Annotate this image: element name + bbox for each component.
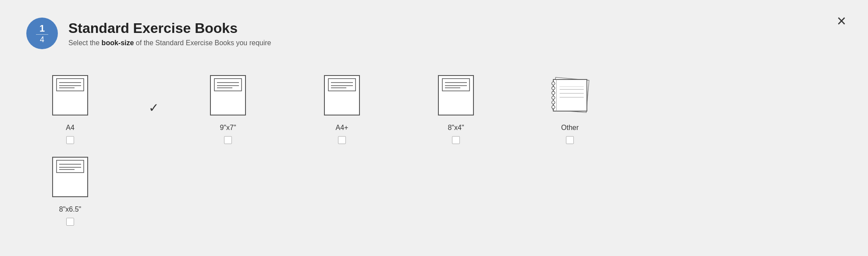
page-container: 1 4 Standard Exercise Books Select the b… bbox=[0, 0, 868, 256]
step-number-top: 1 bbox=[39, 24, 45, 33]
a4plus-checkbox[interactable] bbox=[338, 136, 346, 144]
84-checkbox[interactable] bbox=[452, 136, 460, 144]
svg-rect-6 bbox=[214, 79, 242, 91]
subtitle-end: of the Standard Exercise Books you requi… bbox=[134, 39, 271, 47]
book-icon-a4 bbox=[46, 71, 94, 119]
step-divider bbox=[36, 34, 48, 35]
a4-label: A4 bbox=[66, 124, 75, 132]
book-option-84[interactable]: 8"x4" bbox=[412, 71, 500, 144]
svg-point-23 bbox=[552, 87, 555, 90]
865-label: 8"x6.5" bbox=[59, 206, 82, 213]
97-checkbox[interactable] bbox=[224, 136, 232, 144]
book-option-a4[interactable]: A4 bbox=[26, 71, 114, 144]
svg-point-22 bbox=[552, 82, 555, 85]
book-icon-a4plus bbox=[318, 71, 366, 119]
svg-rect-16 bbox=[442, 79, 470, 91]
book-icon-84 bbox=[432, 71, 480, 119]
other-label: Other bbox=[561, 124, 579, 132]
svg-point-27 bbox=[552, 105, 555, 108]
book-option-865[interactable]: 8"x6.5" bbox=[26, 153, 114, 226]
svg-rect-11 bbox=[328, 79, 356, 91]
step-badge: 1 4 bbox=[26, 18, 58, 49]
book-icon-865 bbox=[46, 153, 94, 201]
book-icon-other bbox=[546, 71, 594, 119]
subtitle-plain: Select the bbox=[68, 39, 102, 47]
subtitle-bold: book-size bbox=[102, 39, 134, 47]
header-text: Standard Exercise Books Select the book-… bbox=[68, 20, 271, 47]
84-label: 8"x4" bbox=[448, 124, 464, 132]
97-book-svg bbox=[208, 73, 248, 117]
book-option-a4plus[interactable]: A4+ bbox=[298, 71, 386, 144]
header: 1 4 Standard Exercise Books Select the b… bbox=[26, 18, 842, 49]
svg-point-24 bbox=[552, 91, 555, 94]
97-label: 9"x7" bbox=[220, 124, 236, 132]
book-option-other[interactable]: Other bbox=[526, 71, 614, 144]
options-row-2: 8"x6.5" bbox=[26, 153, 842, 226]
svg-rect-34 bbox=[57, 160, 84, 173]
page-title: Standard Exercise Books bbox=[68, 20, 271, 36]
book-icon-97 bbox=[204, 71, 252, 119]
checkmark-icon: ✓ bbox=[149, 101, 159, 115]
84-book-svg bbox=[436, 73, 476, 117]
step-number-bottom: 4 bbox=[40, 36, 44, 43]
page-subtitle: Select the book-size of the Standard Exe… bbox=[68, 39, 271, 47]
close-button[interactable]: × bbox=[837, 13, 846, 29]
a4-book-svg bbox=[50, 73, 90, 117]
a4plus-label: A4+ bbox=[336, 124, 349, 132]
865-checkbox[interactable] bbox=[66, 218, 74, 226]
865-book-svg bbox=[50, 155, 90, 199]
svg-rect-1 bbox=[57, 79, 84, 91]
svg-point-25 bbox=[552, 96, 555, 99]
a4-checkbox[interactable] bbox=[66, 136, 74, 144]
options-row-1: A4 ✓ 9"x7" bbox=[26, 71, 842, 144]
checkmark-area: ✓ bbox=[140, 94, 167, 121]
svg-rect-21 bbox=[553, 79, 587, 111]
a4plus-book-svg bbox=[322, 73, 362, 117]
svg-point-26 bbox=[552, 101, 555, 104]
other-checkbox[interactable] bbox=[566, 136, 574, 144]
other-book-svg bbox=[546, 76, 594, 115]
book-option-97[interactable]: 9"x7" bbox=[184, 71, 272, 144]
